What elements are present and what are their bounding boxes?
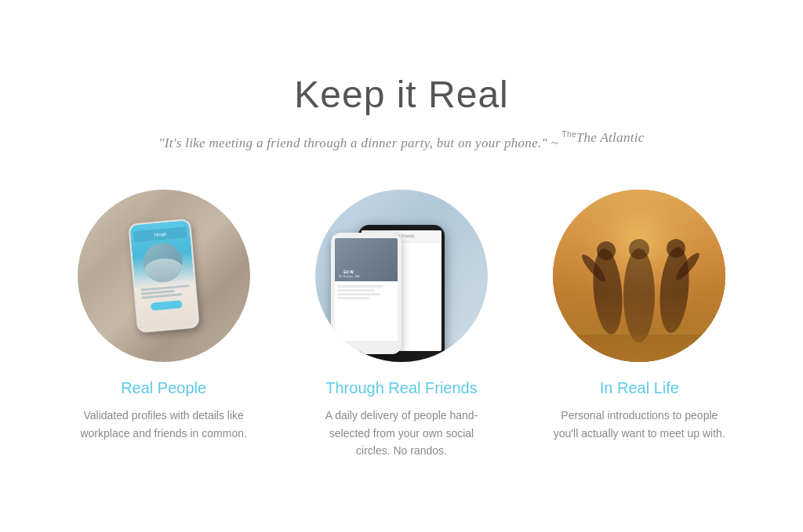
phones-group: Mutual Friends Jason Fitzpatrick Sarah B… [323,205,480,362]
real-people-image: Hinge [78,190,250,362]
main-title: Keep it Real [56,73,747,116]
main-container: Keep it Real "It's like meeting a friend… [25,73,778,460]
in-real-life-title: In Real Life [600,379,679,397]
real-people-title: Real People [121,379,206,397]
sunset-glow [553,293,725,362]
feature-through-real-friends: Mutual Friends Jason Fitzpatrick Sarah B… [294,190,508,459]
in-real-life-desc: Personal introductions to people you'll … [553,407,725,442]
through-friends-desc: A daily delivery of people hand-selected… [315,407,488,459]
svg-point-4 [629,239,649,259]
through-friends-image: Mutual Friends Jason Fitzpatrick Sarah B… [315,190,488,362]
svg-point-2 [597,241,616,260]
in-real-life-image [553,190,725,362]
phone-mockup: Hinge [128,219,200,333]
feature-real-people: Hinge Real People Valid [56,190,271,442]
front-phone: Ed W. 30, Boston, MA [331,233,402,354]
quote-source: TheThe Atlantic [562,132,645,144]
features-section: Hinge Real People Valid [56,190,747,459]
profile-details: 30, Boston, MA [338,274,359,278]
quote-text: "It's like meeting a friend through a di… [56,130,747,151]
app-bar-label: Hinge [154,232,166,237]
through-friends-title: Through Real Friends [325,379,477,397]
real-people-desc: Validated profiles with details like wor… [78,407,250,442]
svg-point-6 [667,239,685,258]
feature-in-real-life: In Real Life Personal introductions to p… [532,190,747,442]
people-silhouettes [553,190,725,362]
